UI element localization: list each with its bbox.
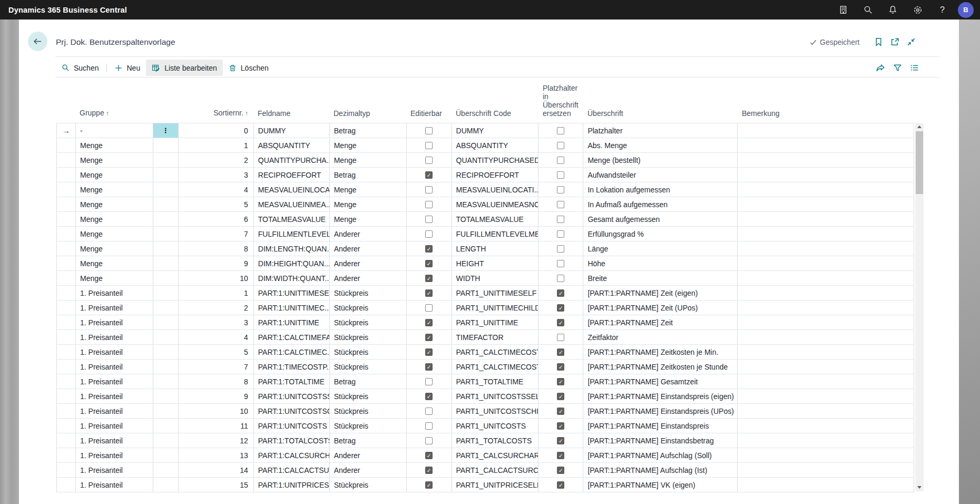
cell-feldname[interactable]: PART:1:CALCTIMEFA... (254, 330, 330, 344)
cell-bemerkung[interactable] (738, 197, 914, 211)
platzhalter-checkbox[interactable] (557, 275, 564, 282)
cell-options[interactable] (153, 168, 179, 182)
cell-gruppe[interactable]: 1. Preisanteil (76, 301, 153, 315)
row-selector-cell[interactable] (57, 212, 76, 226)
cell-gruppe[interactable]: Menge (76, 153, 153, 167)
cell-bemerkung[interactable] (738, 256, 914, 270)
cell-feldname[interactable]: DIM:WIDTH:QUANT... (254, 271, 330, 285)
table-row[interactable]: 1. Preisanteil5PART:1:CALCTIMEC...Stückp… (56, 344, 914, 359)
table-row[interactable]: 1. Preisanteil8PART:1:TOTALTIMEBetragPAR… (56, 374, 914, 389)
table-row[interactable]: Menge5MEASVALUEINMEA...MengeMEASVALUEINM… (56, 197, 914, 211)
table-row[interactable]: 1. Preisanteil13PART:1:CALCSURCH...Ander… (56, 448, 914, 462)
cell-dezimaltyp[interactable]: Menge (330, 182, 407, 197)
platzhalter-checkbox[interactable]: ✓ (557, 319, 564, 326)
cell-dezimaltyp[interactable]: Anderer (330, 271, 407, 285)
table-row[interactable]: 1. Preisanteil3PART:1:UNITTIMEStückpreis… (56, 315, 914, 329)
cell-ueberschrift[interactable]: [PART:1:PARTNAME] Zeitkosten je Min. (583, 345, 738, 359)
cell-ueberschrift[interactable]: [PART:1:PARTNAME] Einstandspreis (eigen) (583, 389, 738, 403)
platzhalter-checkbox[interactable] (557, 260, 564, 267)
cell-editierbar[interactable]: ✓ (407, 168, 452, 182)
cell-sortiernr[interactable]: 2 (179, 153, 254, 167)
cell-options[interactable] (153, 419, 179, 433)
row-selector-cell[interactable] (57, 286, 76, 300)
platzhalter-checkbox[interactable]: ✓ (557, 481, 564, 489)
cell-editierbar[interactable] (407, 433, 452, 448)
cell-sortiernr[interactable]: 5 (179, 197, 254, 211)
cell-ueberschrift[interactable]: [PART:1:PARTNAME] Gesamtzeit (583, 374, 738, 389)
cell-platzhalter-ersetzen[interactable] (538, 241, 583, 256)
table-row[interactable]: Menge6TOTALMEASVALUEMengeTOTALMEASVALUEG… (56, 211, 914, 226)
cell-bemerkung[interactable] (738, 153, 914, 167)
cell-ueberschrift[interactable]: In Aufmaß aufgemessen (583, 197, 738, 211)
cell-options[interactable] (153, 463, 179, 477)
cell-dezimaltyp[interactable]: Stückpreis (330, 286, 407, 300)
cell-ueberschrift-code[interactable]: QUANTITYPURCHASED (452, 153, 539, 167)
editierbar-checkbox[interactable]: ✓ (425, 334, 433, 341)
editierbar-checkbox[interactable]: ✓ (425, 481, 433, 489)
cell-platzhalter-ersetzen[interactable]: ✓ (538, 360, 583, 374)
cell-bemerkung[interactable] (738, 182, 914, 197)
help-button[interactable]: ? (930, 0, 955, 20)
cell-ueberschrift[interactable]: [PART:1:PARTNAME] Einstandspreis (UPos) (583, 404, 738, 418)
cell-platzhalter-ersetzen[interactable]: ✓ (538, 374, 583, 389)
row-selector-cell[interactable] (57, 330, 76, 344)
cell-feldname[interactable]: PART:1:UNITCOSTSS... (254, 389, 330, 403)
cell-platzhalter-ersetzen[interactable]: ✓ (538, 478, 583, 492)
cell-bemerkung[interactable] (738, 404, 914, 418)
edit-list-button[interactable]: Liste bearbeiten (146, 60, 223, 76)
cell-ueberschrift[interactable]: Aufwandsteiler (583, 168, 738, 182)
row-selector-cell[interactable] (57, 463, 76, 477)
cell-platzhalter-ersetzen[interactable]: ✓ (538, 404, 583, 418)
cell-ueberschrift-code[interactable]: DUMMY (452, 123, 539, 138)
selected-cell[interactable]: ⋮ (153, 123, 178, 138)
cell-bemerkung[interactable] (738, 271, 914, 285)
cell-ueberschrift-code[interactable]: PART1_CALCTIMECOST... (452, 345, 539, 359)
cell-gruppe[interactable]: 1. Preisanteil (76, 330, 153, 344)
cell-platzhalter-ersetzen[interactable] (538, 330, 583, 344)
cell-feldname[interactable]: PART:1:CALCTIMEC... (254, 345, 330, 359)
cell-ueberschrift[interactable]: Platzhalter (583, 123, 738, 138)
platzhalter-checkbox[interactable]: ✓ (557, 452, 564, 459)
filter-icon[interactable] (893, 63, 902, 72)
cell-editierbar[interactable]: ✓ (407, 463, 452, 477)
cell-feldname[interactable]: DIM:LENGTH:QUAN... (254, 241, 330, 256)
cell-sortiernr[interactable]: 4 (179, 182, 254, 197)
cell-sortiernr[interactable]: 11 (179, 419, 254, 433)
cell-ueberschrift[interactable]: [PART:1:PARTNAME] Aufschlag (Soll) (583, 448, 738, 462)
editierbar-checkbox[interactable] (425, 408, 433, 415)
back-button[interactable] (28, 32, 47, 51)
cell-ueberschrift[interactable]: Erfüllungsgrad % (583, 227, 738, 241)
cell-dezimaltyp[interactable]: Anderer (330, 227, 407, 241)
cell-ueberschrift-code[interactable]: PART1_TOTALCOSTS (452, 433, 539, 448)
cell-options[interactable] (153, 448, 179, 462)
column-header-bemerkung[interactable]: Bemerkung (738, 109, 914, 123)
cell-feldname[interactable]: FULFILLMENTLEVEL... (254, 227, 330, 241)
cell-options[interactable] (153, 374, 179, 389)
cell-feldname[interactable]: PART:1:TOTALTIME (254, 374, 330, 389)
cell-ueberschrift-code[interactable]: PART1_CALCTIMECOST... (452, 360, 539, 374)
editierbar-checkbox[interactable] (425, 127, 433, 134)
cell-editierbar[interactable]: ✓ (407, 271, 452, 285)
editierbar-checkbox[interactable] (425, 304, 433, 312)
cell-dezimaltyp[interactable]: Menge (330, 212, 407, 226)
cell-bemerkung[interactable] (738, 433, 914, 448)
bookmark-icon[interactable] (874, 37, 883, 46)
cell-platzhalter-ersetzen[interactable] (538, 256, 583, 270)
row-selector-cell[interactable] (57, 404, 76, 418)
cell-gruppe[interactable]: 1. Preisanteil (76, 315, 153, 329)
row-selector-cell[interactable] (57, 301, 76, 315)
cell-dezimaltyp[interactable]: Anderer (330, 241, 407, 256)
cell-editierbar[interactable]: ✓ (407, 241, 452, 256)
editierbar-checkbox[interactable]: ✓ (425, 275, 433, 282)
cell-sortiernr[interactable]: 9 (179, 389, 254, 403)
cell-gruppe[interactable]: 1. Preisanteil (76, 286, 153, 300)
platzhalter-checkbox[interactable]: ✓ (557, 348, 564, 356)
cell-feldname[interactable]: PART:1:TOTALCOSTS (254, 433, 330, 448)
cell-platzhalter-ersetzen[interactable]: ✓ (538, 315, 583, 329)
cell-sortiernr[interactable]: 12 (179, 433, 254, 448)
cell-options[interactable] (153, 315, 179, 329)
cell-ueberschrift-code[interactable]: RECIPROEFFORT (452, 168, 539, 182)
cell-ueberschrift-code[interactable]: TOTALMEASVALUE (452, 212, 539, 226)
cell-sortiernr[interactable]: 10 (179, 404, 254, 418)
cell-feldname[interactable]: PART:1:CALCACTSU... (254, 463, 330, 477)
